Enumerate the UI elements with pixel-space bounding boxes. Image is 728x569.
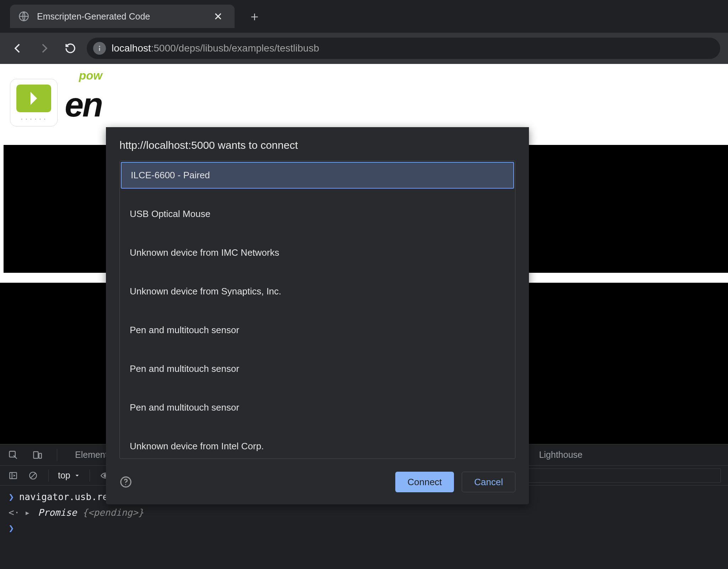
cancel-button[interactable]: Cancel — [462, 472, 515, 492]
svg-point-4 — [125, 484, 126, 485]
result-pending: <pending> — [88, 507, 138, 518]
prompt-icon: ❯ — [9, 489, 14, 505]
device-item[interactable]: Pen and multitouch sensor — [120, 317, 515, 343]
device-item[interactable]: Unknown device from Intel Corp. — [120, 433, 515, 459]
reload-button[interactable] — [60, 38, 80, 58]
result-brace-close: } — [138, 507, 144, 518]
svg-rect-6 — [34, 451, 38, 458]
return-icon: <· — [9, 505, 20, 520]
context-selector-label: top — [58, 470, 70, 481]
clear-console-icon[interactable] — [27, 470, 39, 482]
device-toolbar-icon[interactable] — [31, 449, 43, 461]
device-item[interactable]: Unknown device from IMC Networks — [120, 239, 515, 266]
sidebar-toggle-icon[interactable] — [7, 470, 19, 482]
prompt-icon: ❯ — [9, 520, 14, 536]
device-item[interactable]: Pen and multitouch sensor — [120, 356, 515, 382]
address-bar[interactable]: localhost:5000/deps/libusb/examples/test… — [87, 38, 720, 59]
dialog-title: http://localhost:5000 wants to connect — [119, 139, 515, 151]
expand-icon[interactable]: ▸ — [25, 507, 30, 518]
help-icon[interactable] — [119, 476, 132, 488]
connect-button[interactable]: Connect — [395, 472, 454, 492]
svg-rect-7 — [39, 453, 42, 458]
result-promise: Promise — [38, 507, 82, 518]
url-host: localhost:5000/deps/libusb/examples/test… — [112, 43, 319, 54]
console-prompt-empty[interactable]: ❯ — [9, 520, 719, 536]
tab-bar: Emscripten-Generated Code ✕ ＋ — [0, 0, 728, 33]
usb-device-chooser-dialog: http://localhost:5000 wants to connect I… — [106, 127, 529, 504]
brand-text: en — [65, 85, 102, 124]
back-button[interactable] — [8, 38, 28, 58]
forward-button[interactable] — [34, 38, 54, 58]
browser-tab[interactable]: Emscripten-Generated Code ✕ — [10, 5, 235, 28]
svg-rect-2 — [99, 48, 100, 51]
console-result-line: <· ▸ Promise {<pending>} — [9, 505, 719, 520]
site-info-icon[interactable] — [93, 42, 106, 55]
svg-rect-8 — [10, 472, 17, 478]
device-item[interactable]: Unknown device from Synaptics, Inc. — [120, 278, 515, 305]
browser-toolbar: localhost:5000/deps/libusb/examples/test… — [0, 33, 728, 64]
device-item[interactable]: ILCE-6600 - Paired — [121, 162, 514, 189]
svg-point-1 — [99, 46, 100, 47]
device-item[interactable]: Pen and multitouch sensor — [120, 394, 515, 421]
inspect-element-icon[interactable] — [7, 449, 19, 461]
powered-text: pow — [79, 69, 102, 82]
device-item[interactable]: USB Optical Mouse — [120, 201, 515, 227]
context-selector[interactable]: top — [58, 470, 80, 481]
device-list[interactable]: ILCE-6600 - PairedUSB Optical MouseUnkno… — [119, 161, 515, 459]
tab-title: Emscripten-Generated Code — [37, 11, 211, 22]
new-tab-button[interactable]: ＋ — [248, 10, 261, 23]
globe-icon — [18, 11, 29, 22]
devtools-tab-lighthouse[interactable]: Lighthouse — [539, 450, 582, 460]
page-content: • • • • • • pow en http://localhost:5000… — [0, 64, 728, 444]
emscripten-logo-icon: • • • • • • — [10, 79, 58, 126]
result-brace-open: { — [82, 507, 88, 518]
close-icon[interactable]: ✕ — [211, 9, 225, 24]
